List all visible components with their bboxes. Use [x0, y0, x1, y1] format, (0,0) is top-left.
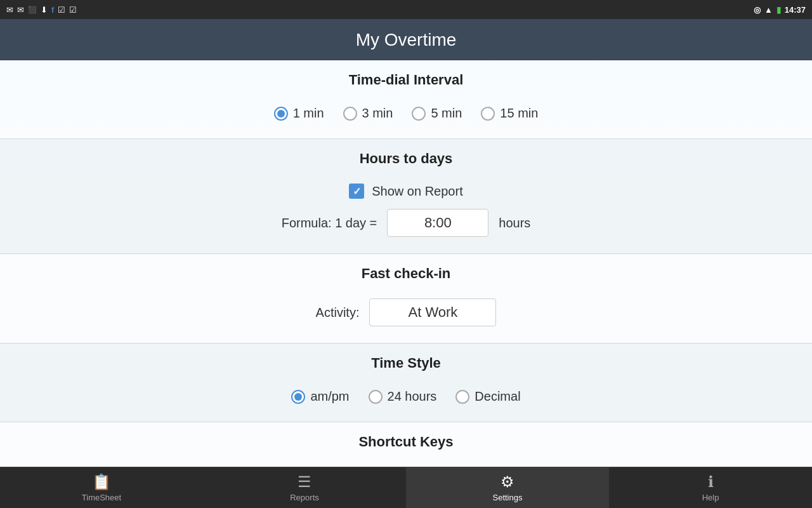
time-dial-title: Time-dial Interval	[0, 60, 812, 93]
activity-row: Activity: At Work	[316, 293, 497, 331]
radio-label-24hours: 24 hours	[388, 389, 437, 404]
radio-3min[interactable]: 3 min	[343, 106, 393, 121]
radio-15min[interactable]: 15 min	[481, 106, 538, 121]
check2-icon: ☑	[69, 5, 77, 15]
radio-1min[interactable]: 1 min	[274, 106, 324, 121]
show-on-report-label: Show on Report	[372, 184, 462, 199]
radio-circle-3min	[343, 107, 357, 121]
time-dial-radio-group: 1 min 3 min 5 min 15 min	[274, 100, 539, 127]
radio-label-ampm: am/pm	[310, 389, 349, 404]
status-icons-right: ◎ ▲ ▮ 14:37	[754, 5, 806, 15]
nav-reports-label: Reports	[290, 493, 319, 502]
formula-prefix: Formula: 1 day =	[282, 216, 377, 231]
facebook-icon: f	[51, 5, 54, 15]
time-style-title: Time Style	[0, 344, 812, 377]
hours-to-days-section: Hours to days Show on Report Formula: 1 …	[0, 139, 812, 254]
radio-circle-ampm	[291, 390, 305, 404]
radio-5min[interactable]: 5 min	[412, 106, 462, 121]
radio-label-15min: 15 min	[500, 106, 538, 121]
hours-to-days-title: Hours to days	[0, 139, 812, 172]
radio-circle-5min	[412, 107, 426, 121]
title-bar: My Overtime	[0, 19, 812, 60]
radio-circle-15min	[481, 107, 495, 121]
nav-help[interactable]: ℹ Help	[609, 467, 812, 508]
shortcut-grid: Day Template Copy Last Sheet My Template…	[121, 462, 691, 467]
status-icons-left: ✉ ✉ ⬛ ⬇ f ☑ ☑	[6, 5, 77, 15]
show-on-report-checkbox[interactable]	[349, 184, 364, 199]
shortcut-keys-title: Shortcut Keys	[0, 422, 812, 455]
time-style-radio-group: am/pm 24 hours Decimal	[291, 383, 520, 410]
reports-icon: ☰	[298, 473, 311, 491]
wifi-icon: ▲	[764, 5, 773, 15]
check1-icon: ☑	[58, 5, 65, 15]
shortcut-keys-section: Shortcut Keys Day Template Copy Last She…	[0, 422, 812, 467]
nav-settings-label: Settings	[493, 493, 523, 502]
radio-circle-24hours	[369, 390, 383, 404]
nav-reports[interactable]: ☰ Reports	[203, 467, 406, 508]
download-icon: ⬇	[41, 5, 48, 15]
help-icon: ℹ	[708, 473, 714, 491]
eye-icon: ◎	[754, 5, 761, 15]
activity-label: Activity:	[316, 305, 360, 320]
radio-circle-1min	[274, 107, 288, 121]
formula-row: Formula: 1 day = hours	[282, 204, 531, 242]
radio-label-decimal: Decimal	[475, 389, 520, 404]
radio-circle-decimal	[455, 390, 469, 404]
activity-button[interactable]: At Work	[369, 298, 496, 326]
clock: 14:37	[785, 5, 806, 15]
nav-settings[interactable]: ⚙ Settings	[406, 467, 609, 508]
radio-decimal[interactable]: Decimal	[455, 389, 520, 404]
show-on-report-row[interactable]: Show on Report	[349, 178, 462, 204]
page-title: My Overtime	[356, 30, 457, 50]
radio-ampm[interactable]: am/pm	[291, 389, 349, 404]
mail-icon: ✉	[6, 5, 13, 15]
radio-label-3min: 3 min	[362, 106, 393, 121]
square-icon: ⬛	[28, 6, 37, 14]
radio-24hours[interactable]: 24 hours	[369, 389, 437, 404]
radio-label-5min: 5 min	[431, 106, 462, 121]
time-dial-section: Time-dial Interval 1 min 3 min 5 min	[0, 60, 812, 139]
formula-suffix: hours	[499, 216, 530, 231]
nav-timesheet-label: TimeSheet	[82, 493, 121, 502]
nav-timesheet[interactable]: 📋 TimeSheet	[0, 467, 203, 508]
bottom-nav: 📋 TimeSheet ☰ Reports ⚙ Settings ℹ Help	[0, 467, 812, 508]
radio-label-1min: 1 min	[293, 106, 324, 121]
fast-checkin-section: Fast check-in Activity: At Work	[0, 254, 812, 344]
formula-input[interactable]	[387, 209, 488, 237]
timesheet-icon: 📋	[92, 473, 111, 491]
nav-help-label: Help	[702, 493, 719, 502]
fast-checkin-title: Fast check-in	[0, 254, 812, 287]
time-style-section: Time Style am/pm 24 hours Decimal	[0, 344, 812, 422]
settings-icon: ⚙	[501, 473, 514, 491]
battery-icon: ▮	[776, 5, 781, 15]
main-content[interactable]: Time-dial Interval 1 min 3 min 5 min	[0, 60, 812, 467]
mail2-icon: ✉	[17, 5, 24, 15]
status-bar: ✉ ✉ ⬛ ⬇ f ☑ ☑ ◎ ▲ ▮ 14:37	[0, 0, 812, 19]
